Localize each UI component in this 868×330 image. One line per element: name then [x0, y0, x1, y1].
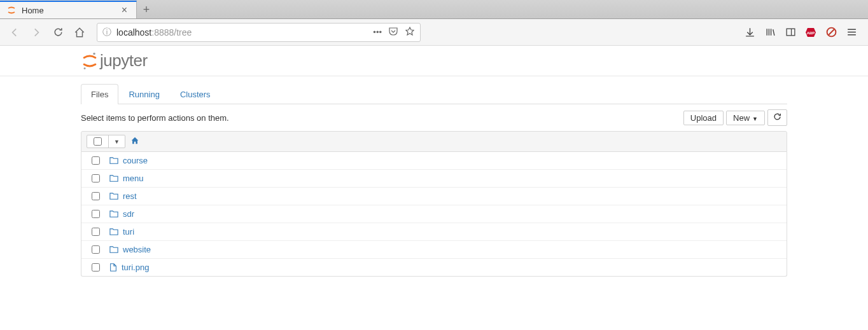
browser-tab-bar: Home × + — [0, 0, 868, 19]
pocket-icon[interactable] — [388, 26, 398, 38]
library-icon[interactable] — [764, 26, 776, 39]
tab-running[interactable]: Running — [118, 84, 169, 104]
address-bar[interactable]: ⓘ localhost:8888/tree ••• — [97, 23, 421, 42]
notebook-tabs: Files Running Clusters — [81, 84, 787, 104]
file-list: coursemenurestsdrturiwebsiteturi.png — [81, 152, 787, 277]
select-hint: Select items to perform actions on them. — [81, 113, 229, 123]
file-checkbox[interactable] — [92, 228, 100, 236]
forward-button[interactable] — [27, 23, 46, 42]
folder-icon — [109, 174, 119, 183]
site-info-icon[interactable]: ⓘ — [102, 27, 111, 38]
file-row: website — [81, 241, 787, 259]
jupyter-logo[interactable]: jupyter — [81, 51, 787, 71]
file-row: course — [81, 152, 787, 170]
file-row: rest — [81, 188, 787, 205]
file-checkbox[interactable] — [92, 156, 100, 165]
file-checkbox[interactable] — [92, 263, 100, 272]
tab-title: Home — [22, 6, 119, 15]
file-checkbox[interactable] — [92, 210, 100, 218]
file-checkbox[interactable] — [92, 192, 100, 200]
refresh-button[interactable] — [767, 109, 787, 126]
svg-line-4 — [829, 29, 834, 35]
tab-files[interactable]: Files — [81, 84, 118, 104]
breadcrumb-home-icon[interactable] — [130, 136, 139, 147]
folder-icon — [109, 191, 119, 201]
file-icon — [109, 263, 118, 272]
select-all-checkbox[interactable] — [87, 135, 109, 148]
page-actions-icon[interactable]: ••• — [373, 27, 382, 37]
new-button[interactable]: New▼ — [726, 111, 765, 125]
jupyter-logo-text: jupyter — [100, 51, 148, 71]
menu-icon[interactable] — [845, 26, 858, 39]
folder-icon — [109, 209, 119, 219]
browser-toolbar: ⓘ localhost:8888/tree ••• ABP — [0, 19, 868, 46]
downloads-icon[interactable] — [743, 26, 756, 39]
file-list-header: ▼ — [81, 131, 787, 152]
file-row: turi — [81, 223, 787, 241]
new-tab-button[interactable]: + — [137, 1, 156, 18]
home-button[interactable] — [70, 23, 89, 42]
file-name-link[interactable]: sdr — [123, 209, 134, 219]
reload-button[interactable] — [48, 23, 67, 42]
sidebar-icon[interactable] — [784, 26, 797, 39]
caret-down-icon: ▼ — [752, 116, 758, 122]
file-name-link[interactable]: turi — [123, 227, 134, 237]
folder-icon — [109, 156, 119, 165]
refresh-icon — [773, 113, 781, 121]
tab-close-button[interactable]: × — [119, 4, 130, 16]
upload-button[interactable]: Upload — [683, 111, 724, 125]
file-name-link[interactable]: turi.png — [122, 263, 149, 272]
url-text: localhost:8888/tree — [116, 27, 192, 38]
file-row: sdr — [81, 205, 787, 223]
abp-icon[interactable]: ABP — [804, 26, 817, 39]
select-all-dropdown[interactable]: ▼ — [109, 135, 125, 148]
back-button[interactable] — [5, 23, 24, 42]
file-checkbox[interactable] — [92, 245, 100, 254]
file-name-link[interactable]: course — [123, 156, 148, 165]
svg-rect-0 — [787, 29, 795, 36]
bookmark-icon[interactable] — [405, 26, 415, 38]
file-checkbox[interactable] — [92, 174, 100, 182]
jupyter-logo-icon — [81, 52, 99, 71]
file-name-link[interactable]: rest — [123, 191, 137, 201]
file-name-link[interactable]: website — [123, 245, 151, 254]
tab-clusters[interactable]: Clusters — [170, 84, 221, 104]
svg-point-5 — [93, 52, 95, 55]
file-name-link[interactable]: menu — [123, 174, 144, 183]
noscript-icon[interactable] — [825, 26, 837, 39]
browser-tab[interactable]: Home × — [0, 1, 137, 18]
folder-icon — [109, 245, 119, 254]
svg-text:ABP: ABP — [807, 31, 815, 35]
jupyter-favicon — [6, 5, 17, 15]
folder-icon — [109, 227, 119, 237]
file-row: turi.png — [81, 259, 787, 276]
svg-point-6 — [84, 67, 86, 69]
jupyter-header: jupyter — [0, 46, 868, 76]
file-row: menu — [81, 170, 787, 188]
